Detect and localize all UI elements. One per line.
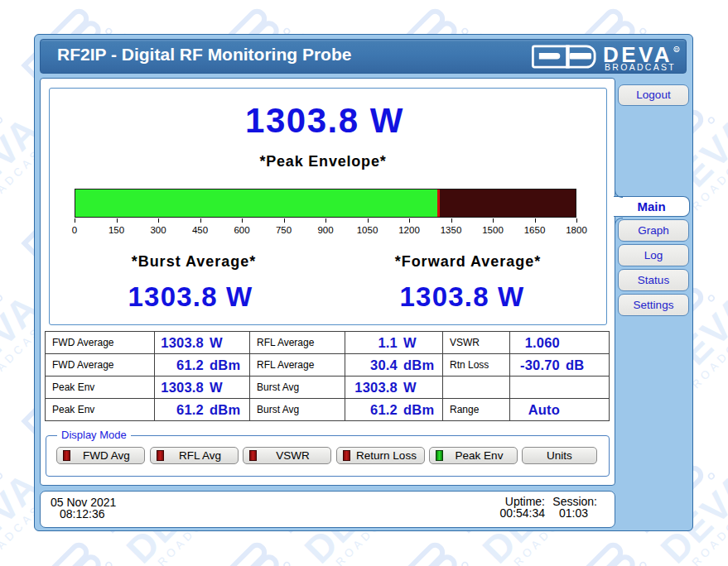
svg-text:R: R <box>675 47 679 52</box>
svg-text:BROADCAST: BROADCAST <box>605 62 676 72</box>
